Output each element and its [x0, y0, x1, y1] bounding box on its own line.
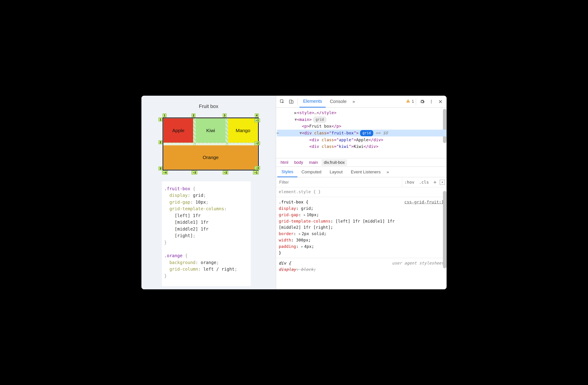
- cell-mango: Mango: [228, 118, 258, 143]
- svg-point-6: [431, 101, 432, 102]
- dom-node-kiwi[interactable]: <div class="kiwi">Kiwi</div>: [277, 143, 447, 150]
- grid-linenum: −3: [191, 171, 197, 174]
- devtools-toolbar: Elements Console » 1: [276, 96, 447, 107]
- grid-pill-active[interactable]: grid: [360, 130, 373, 136]
- grid-linenum: −2: [254, 141, 260, 145]
- svg-point-7: [431, 103, 432, 103]
- crumb-html[interactable]: html: [278, 159, 291, 166]
- dom-node-p[interactable]: <p>Fruit box</p>: [277, 123, 447, 130]
- css-decl[interactable]: grid-template-columns: [left] 1fr [middl…: [279, 218, 444, 224]
- devtools-pane: Elements Console » 1 ▶<style>…</: [276, 96, 447, 289]
- source-link[interactable]: css-grid-fruit:1: [404, 199, 444, 205]
- styles-tabs: Styles Computed Layout Event Listeners »: [276, 167, 447, 177]
- app-window: Fruit box Apple Kiwi Mango Orange 1 2 3 …: [141, 96, 447, 289]
- svg-rect-2: [291, 101, 293, 103]
- css-decl[interactable]: border: ▸2px solid;: [279, 231, 444, 237]
- crumb-body[interactable]: body: [292, 159, 305, 166]
- cls-toggle[interactable]: .cls: [417, 177, 431, 187]
- crumb-fruitbox[interactable]: div.fruit-box: [322, 159, 347, 166]
- grid-linenum: −1: [253, 171, 259, 174]
- tab-styles[interactable]: Styles: [277, 167, 297, 177]
- tab-event-listeners[interactable]: Event Listeners: [347, 167, 385, 177]
- grid-linenum: −2: [223, 171, 229, 174]
- grid-linenum: 3: [223, 113, 227, 117]
- grid-cells: Apple Kiwi Mango Orange: [164, 118, 258, 170]
- grid-linenum: −4: [162, 171, 168, 174]
- grid-linenum: 2: [191, 113, 195, 117]
- ua-stylesheet-label: user agent stylesheet: [392, 260, 444, 266]
- cell-kiwi: Kiwi: [196, 118, 226, 143]
- cell-apple: Apple: [164, 118, 193, 143]
- grid-linenum: −3: [254, 166, 260, 170]
- gear-icon[interactable]: [418, 97, 426, 106]
- warning-icon: [406, 99, 410, 104]
- css-code-card: .fruit-box { display: grid; grid-gap: 10…: [162, 181, 251, 286]
- cell-orange: Orange: [164, 145, 258, 170]
- dom-node-apple[interactable]: <div class="apple">Apple</div>: [277, 136, 447, 143]
- warnings-badge[interactable]: 1: [406, 99, 414, 104]
- css-decl[interactable]: width: 300px;: [279, 237, 444, 243]
- css-decl[interactable]: grid-gap: ▸10px;: [279, 212, 444, 218]
- svg-rect-4: [408, 102, 408, 102]
- dom-tree-panel[interactable]: ▶<style>…</style> ▼<main>grid <p>Fruit b…: [276, 107, 447, 158]
- tab-layout[interactable]: Layout: [325, 167, 347, 177]
- styles-tabs-overflow[interactable]: »: [385, 167, 391, 177]
- tab-console[interactable]: Console: [326, 96, 350, 107]
- rule-selector-div[interactable]: div {: [279, 260, 291, 266]
- kebab-menu-icon[interactable]: [427, 97, 436, 106]
- tab-elements[interactable]: Elements: [299, 96, 326, 107]
- grid-linenum: −1: [254, 118, 260, 122]
- grid-linenum: 4: [255, 113, 259, 117]
- grid-overlay: Apple Kiwi Mango Orange 1 2 3 4 1 2 3 −1…: [159, 113, 259, 174]
- svg-point-5: [431, 100, 432, 101]
- hov-toggle[interactable]: :hov: [402, 177, 417, 187]
- eq-zero: == $0: [376, 130, 388, 135]
- styles-filter-row: :hov .cls: [276, 177, 447, 187]
- svg-rect-3: [408, 101, 408, 101]
- grid-linenum: 1: [163, 113, 167, 117]
- filter-input[interactable]: [276, 177, 402, 187]
- tab-computed[interactable]: Computed: [297, 167, 326, 177]
- grid-linenum: 2: [159, 140, 162, 144]
- page-preview-pane: Fruit box Apple Kiwi Mango Orange 1 2 3 …: [141, 96, 276, 289]
- css-decl-ua: display: block;: [279, 266, 444, 273]
- separator: [297, 98, 298, 105]
- dom-node-main[interactable]: ▼<main>grid: [277, 116, 447, 123]
- scrollbar-thumb[interactable]: [443, 191, 446, 268]
- styles-body[interactable]: element.style { } .fruit-box {css-grid-f…: [276, 187, 447, 289]
- warning-count: 1: [412, 99, 414, 104]
- inspect-element-icon[interactable]: [278, 97, 287, 106]
- rule-selector[interactable]: .fruit-box {: [279, 199, 308, 205]
- new-rule-icon[interactable]: [431, 180, 439, 184]
- css-decl[interactable]: display: grid;: [279, 205, 444, 212]
- grid-linenum: 1: [159, 118, 162, 121]
- css-decl[interactable]: padding: ▸4px;: [279, 243, 444, 250]
- toggle-sidebar-icon[interactable]: [440, 180, 445, 185]
- dom-node-fruitbox[interactable]: ▼<div class="fruit-box">grid== $0: [277, 130, 447, 136]
- grid-pill[interactable]: grid: [313, 117, 326, 123]
- device-toggle-icon[interactable]: [287, 97, 295, 106]
- separator: [416, 98, 416, 105]
- preview-title: Fruit box: [150, 104, 267, 109]
- dom-breadcrumb: html body main div.fruit-box: [276, 158, 447, 167]
- dom-node-style[interactable]: ▶<style>…</style>: [277, 109, 447, 116]
- tabs-overflow[interactable]: »: [351, 96, 357, 107]
- css-decl-cont[interactable]: [middle2] 1fr [right];: [279, 224, 444, 231]
- crumb-main[interactable]: main: [307, 159, 320, 166]
- element-style-rule[interactable]: element.style {: [279, 189, 316, 194]
- close-icon[interactable]: [436, 97, 445, 106]
- grid-linenum: 3: [159, 167, 162, 171]
